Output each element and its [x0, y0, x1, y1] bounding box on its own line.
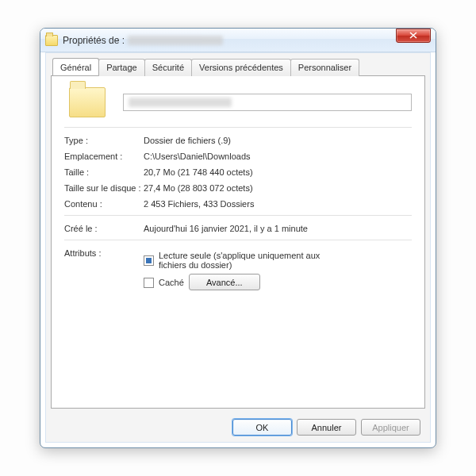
- client-area: Général Partage Sécurité Versions précéd…: [45, 52, 431, 443]
- tabstrip: Général Partage Sécurité Versions précéd…: [52, 58, 425, 75]
- separator: [64, 127, 412, 128]
- size-on-disk-label: Taille sur le disque :: [64, 183, 144, 193]
- properties-dialog: Propriétés de : Général Partage Sécurité…: [40, 28, 436, 448]
- folder-name-obscured: [129, 98, 232, 107]
- hidden-label: Caché: [159, 278, 184, 287]
- tab-previous-versions[interactable]: Versions précédentes: [191, 59, 291, 76]
- readonly-checkbox[interactable]: [144, 255, 154, 266]
- advanced-button[interactable]: Avancé...: [189, 274, 260, 290]
- readonly-label: Lecture seule (s'applique uniquement aux…: [159, 251, 341, 270]
- created-value: Aujourd'hui 16 janvier 2021, il y a 1 mi…: [144, 224, 412, 233]
- title-prefix: Propriétés de :: [63, 35, 125, 46]
- location-label: Emplacement :: [64, 152, 144, 161]
- tab-sharing[interactable]: Partage: [98, 59, 145, 76]
- tab-customize[interactable]: Personnaliser: [290, 59, 359, 76]
- size-label: Taille :: [64, 167, 144, 177]
- window-title: Propriétés de :: [63, 35, 223, 46]
- tab-security[interactable]: Sécurité: [144, 59, 192, 76]
- hidden-checkbox[interactable]: [144, 278, 154, 288]
- separator: [64, 240, 412, 240]
- size-on-disk-value: 27,4 Mo (28 803 072 octets): [144, 183, 412, 193]
- ok-button[interactable]: OK: [232, 419, 292, 436]
- titlebar[interactable]: Propriétés de :: [40, 29, 436, 52]
- folder-large-icon: [69, 87, 106, 117]
- type-value: Dossier de fichiers (.9): [144, 136, 412, 145]
- contents-value: 2 453 Fichiers, 433 Dossiers: [144, 199, 412, 209]
- tab-general[interactable]: Général: [52, 58, 99, 75]
- size-value: 20,7 Mo (21 748 440 octets): [144, 167, 412, 177]
- dialog-footer: OK Annuler Appliquer: [232, 419, 420, 436]
- folder-name-input[interactable]: [123, 94, 412, 111]
- cancel-button[interactable]: Annuler: [297, 419, 356, 436]
- location-value: C:\Users\Daniel\Downloads: [144, 152, 412, 161]
- close-button[interactable]: [396, 29, 431, 43]
- title-name-obscured: [128, 36, 223, 45]
- tab-panel-general: Type : Dossier de fichiers (.9) Emplacem…: [51, 75, 425, 409]
- created-label: Créé le :: [64, 224, 144, 233]
- type-label: Type :: [64, 136, 144, 145]
- apply-button[interactable]: Appliquer: [361, 419, 420, 436]
- folder-icon: [45, 35, 58, 46]
- separator: [64, 215, 412, 216]
- attributes-label: Attributs :: [64, 248, 144, 258]
- contents-label: Contenu :: [64, 199, 144, 209]
